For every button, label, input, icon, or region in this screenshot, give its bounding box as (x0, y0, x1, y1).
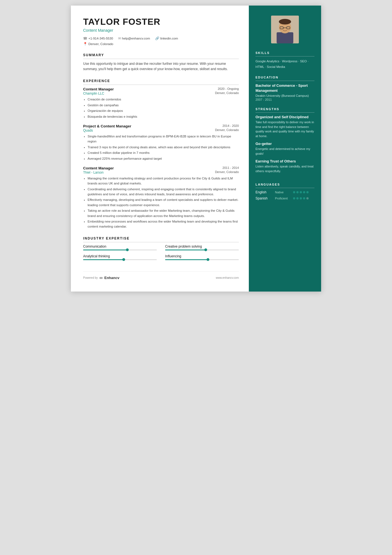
lang-level-1: Native (275, 191, 293, 194)
exp-bullets-1: Creación de contenidos Gestión de campañ… (83, 97, 239, 119)
exp-dates-3: 2011 - 2014 (222, 166, 239, 169)
phone-value: +1-914-345-5530 (88, 37, 113, 40)
footer-left: Powered by ∞ Enhancv (83, 275, 119, 280)
dot (296, 197, 299, 199)
strength-item-2: Go-getter Energetic and determined to ac… (255, 142, 314, 156)
location-contact: 📍 Denver, Colorado (83, 42, 113, 46)
expertise-label-1: Communication (83, 245, 157, 248)
powered-by-text: Powered by (83, 276, 98, 279)
linkedin-contact: 🔗 linkedin.com (155, 36, 178, 40)
dot (303, 197, 305, 199)
lang-dots-2 (293, 197, 309, 199)
contact-row: ☎ +1-914-345-5530 ✉ help@enhancv.com 🔗 l… (83, 36, 239, 40)
progress-bar-4 (165, 259, 239, 260)
edu-years: 2007 - 2011 (255, 98, 314, 101)
phone-contact: ☎ +1-914-345-5530 (83, 36, 113, 40)
edu-degree: Bachelor of Commerce - Sport Management (255, 83, 314, 93)
phone-icon: ☎ (83, 36, 87, 40)
dot (296, 191, 299, 193)
exp-bullets-2: Single-handedWon and led transformation … (83, 134, 239, 161)
svg-rect-1 (277, 32, 293, 43)
education-title: EDUCATION (255, 76, 314, 81)
bullet-item: Embedding new processes and workflows ac… (88, 219, 239, 229)
strengths-title: STRENGTHS (255, 107, 314, 113)
dot (300, 191, 302, 193)
exp-bullets-3: Managing the content marketing strategy … (83, 176, 239, 229)
resume-wrapper: TAYLOR FOSTER Content Manager ☎ +1-914-3… (71, 6, 321, 292)
expertise-label-4: Influencing (165, 254, 239, 258)
exp-dates-2: 2014 - 2020 (222, 124, 239, 127)
avatar-container (255, 16, 314, 43)
strength-item-1: Organized and Self Disciplined Take full… (255, 115, 314, 138)
strength-desc-3: Listen attentively, speak candidly, and … (255, 164, 314, 173)
expertise-item-1: Communication (83, 245, 157, 250)
skills-title: SKILLS (255, 51, 314, 56)
brand-name: Enhancv (104, 276, 119, 280)
skills-text: Google Analytics · Wordpress · SEO · HTM… (255, 59, 314, 70)
email-contact: ✉ help@enhancv.com (118, 36, 150, 40)
languages-title: LANGUAGES (255, 183, 314, 188)
bullet-item: Managing the content marketing strategy … (88, 176, 239, 186)
strength-desc-1: Take full responsibility to deliver my w… (255, 120, 314, 138)
progress-fill-3 (83, 259, 124, 260)
summary-text: Use this opportunity to intrigue and dra… (83, 61, 239, 72)
progress-fill-1 (83, 250, 127, 250)
dot (293, 197, 295, 199)
email-icon: ✉ (118, 36, 121, 40)
footer-right: www.enhancv.com (216, 276, 239, 279)
progress-dot-2 (204, 248, 207, 251)
resume-footer: Powered by ∞ Enhancv www.enhancv.com (83, 271, 239, 280)
strength-name-1: Organized and Self Disciplined (255, 115, 314, 119)
bullet-item: Created 5 million dollar pipeline in 7 m… (88, 150, 239, 155)
exp-role-1: Content Manager (83, 87, 114, 91)
expertise-item-2: Creative problem solving (165, 245, 239, 250)
avatar (271, 16, 299, 43)
right-column: SKILLS Google Analytics · Wordpress · SE… (249, 6, 321, 292)
exp-location-2: Denver, Colorado (215, 128, 239, 132)
bullet-item: Búsqueda de tendencias e insights (88, 114, 239, 119)
expertise-item-4: Influencing (165, 254, 239, 260)
languages-section: LANGUAGES English Native Spanish Profici… (255, 183, 314, 203)
progress-dot-3 (122, 258, 125, 261)
header-section: TAYLOR FOSTER Content Manager ☎ +1-914-3… (83, 17, 239, 46)
footer-website: www.enhancv.com (216, 276, 239, 279)
exp-header-1: Content Manager 2020 - Ongoing (83, 87, 239, 91)
bullet-item: Organización de equipos (88, 108, 239, 113)
expertise-label-2: Creative problem solving (165, 245, 239, 248)
bullet-item: Single-handedWon and led transformation … (88, 134, 239, 144)
linkedin-value: linkedin.com (160, 37, 178, 40)
email-value: help@enhancv.com (122, 37, 150, 40)
avatar-svg (271, 16, 299, 43)
bullet-item: Averaged 225% revenue performance agains… (88, 156, 239, 161)
lang-row-2: Spanish Proficient (255, 196, 314, 200)
expertise-section: INDUSTRY EXPERTISE Communication Creativ… (83, 236, 239, 260)
exp-subheader-1: Champlin LLC Denver, Colorado (83, 91, 239, 95)
dot (306, 191, 309, 193)
strength-desc-2: Energetic and determined to achieve my g… (255, 147, 314, 156)
exp-role-3: Content Manager (83, 166, 114, 170)
progress-bar-3 (83, 259, 157, 260)
enhancv-logo-icon: ∞ (100, 275, 103, 280)
bullet-item: Taking an active role as brand ambassado… (88, 208, 239, 218)
lang-level-2: Proficient (275, 197, 293, 200)
experience-section: EXPERIENCE Content Manager 2020 - Ongoin… (83, 79, 239, 229)
candidate-title: Content Manager (83, 28, 239, 33)
exp-header-3: Content Manager 2011 - 2014 (83, 166, 239, 170)
exp-entry-2: Project & Content Manager 2014 - 2020 Qu… (83, 124, 239, 161)
dot-empty (306, 197, 309, 199)
exp-subheader-3: Thiel - Larson Denver, Colorado (83, 170, 239, 174)
candidate-name: TAYLOR FOSTER (83, 17, 239, 27)
exp-header-2: Project & Content Manager 2014 - 2020 (83, 124, 239, 128)
progress-bar-1 (83, 250, 157, 250)
expertise-grid: Communication Creative problem solving (83, 245, 239, 260)
progress-fill-2 (165, 250, 206, 250)
exp-role-2: Project & Content Manager (83, 124, 131, 128)
expertise-title: INDUSTRY EXPERTISE (83, 236, 239, 242)
lang-name-2: Spanish (255, 196, 275, 200)
exp-location-1: Denver, Colorado (215, 91, 239, 95)
dot (293, 191, 295, 193)
svg-point-3 (279, 19, 291, 24)
bullet-item: Gestión de campañas (88, 103, 239, 108)
linkedin-icon: 🔗 (155, 36, 159, 40)
dot (303, 191, 305, 193)
